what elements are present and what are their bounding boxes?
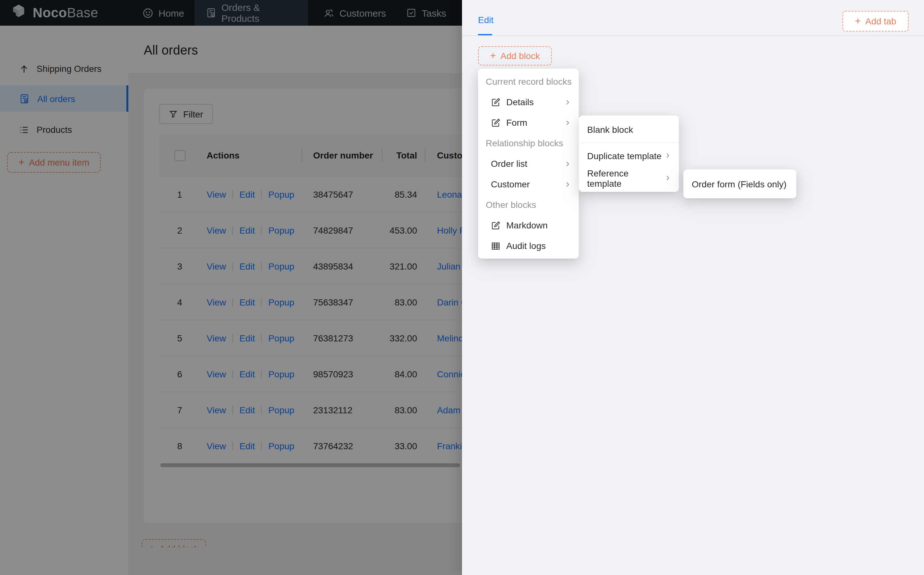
chevron-right-icon bbox=[564, 181, 571, 188]
menu-item-label: Audit logs bbox=[506, 241, 546, 251]
chevron-right-icon bbox=[664, 152, 671, 159]
menu-item-label: Markdown bbox=[506, 220, 548, 230]
edit-square-icon bbox=[491, 118, 500, 127]
menu-item-label: Details bbox=[506, 97, 534, 107]
app-root: NocoBase Home Orders & Products bbox=[0, 0, 924, 575]
edit-square-icon bbox=[491, 221, 500, 230]
tab-edit[interactable]: Edit bbox=[478, 15, 494, 25]
plus-icon: + bbox=[490, 51, 496, 61]
chevron-right-icon bbox=[564, 160, 571, 167]
menu-group-label: Other blocks bbox=[478, 194, 579, 215]
add-tab-button[interactable]: + Add tab bbox=[843, 11, 909, 32]
menu-item-markdown[interactable]: Markdown bbox=[478, 215, 579, 235]
plus-icon: + bbox=[855, 16, 861, 26]
menu-item-duplicate-template[interactable]: Duplicate template bbox=[579, 145, 679, 167]
add-block-label: Add block bbox=[500, 51, 540, 61]
menu-item-reference-template[interactable]: Reference template bbox=[579, 167, 679, 189]
menu-item-label: Duplicate template bbox=[587, 151, 662, 161]
menu-item-audit-logs[interactable]: Audit logs bbox=[478, 235, 579, 256]
reference-template-submenu: Order form (Fields only) bbox=[683, 170, 796, 198]
chevron-right-icon bbox=[664, 175, 671, 182]
chevron-right-icon bbox=[564, 98, 571, 106]
chevron-right-icon bbox=[564, 119, 571, 126]
menu-divider bbox=[579, 143, 679, 143]
form-submenu: Blank block Duplicate template Reference… bbox=[579, 116, 679, 192]
menu-item-label: Order list bbox=[491, 159, 527, 169]
table-grid-icon bbox=[491, 241, 500, 251]
menu-item-form[interactable]: Form bbox=[478, 112, 579, 133]
menu-item-label: Customer bbox=[491, 179, 530, 189]
menu-item-label: Blank block bbox=[587, 124, 633, 135]
menu-item-label: Form bbox=[506, 118, 527, 128]
menu-group-label: Current record blocks bbox=[478, 71, 579, 92]
menu-item-order-form-fields-only[interactable]: Order form (Fields only) bbox=[683, 172, 796, 196]
menu-item-label: Reference template bbox=[587, 168, 664, 188]
menu-item-details[interactable]: Details bbox=[478, 92, 579, 112]
menu-group-label: Relationship blocks bbox=[478, 133, 579, 153]
menu-item-order-list[interactable]: Order list bbox=[478, 153, 579, 174]
add-block-button[interactable]: + Add block bbox=[478, 46, 552, 65]
tabs-divider bbox=[462, 35, 924, 36]
menu-item-label: Order form (Fields only) bbox=[692, 179, 787, 189]
add-tab-label: Add tab bbox=[865, 16, 896, 26]
menu-item-customer[interactable]: Customer bbox=[478, 174, 579, 194]
menu-item-blank-block[interactable]: Blank block bbox=[579, 118, 679, 141]
add-block-menu: Current record blocks Details Form bbox=[478, 69, 579, 259]
edit-square-icon bbox=[491, 97, 500, 107]
